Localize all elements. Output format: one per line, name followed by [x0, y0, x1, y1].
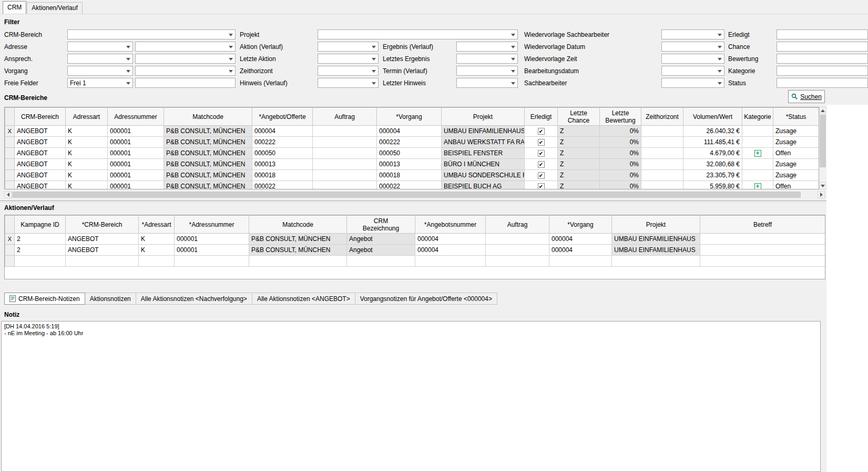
cell-bezeichnung[interactable]: [347, 256, 415, 267]
selector-column-header[interactable]: [5, 216, 15, 234]
cell-vorgang[interactable]: 000050: [377, 148, 442, 159]
cell-volumen[interactable]: 23.305,79 €: [683, 170, 742, 181]
freie-felder-combo[interactable]: Frei 1: [67, 78, 133, 88]
cell-adressart[interactable]: K: [66, 181, 108, 190]
ansprech-filter-combo-1[interactable]: [67, 54, 133, 64]
vertical-scrollbar-thumb[interactable]: [820, 115, 826, 167]
hinweis-verlauf-combo[interactable]: [318, 78, 379, 88]
cell-adressart[interactable]: K: [66, 159, 108, 170]
column-header-bereich[interactable]: *CRM-Bereich: [66, 216, 139, 234]
cell-erledigt[interactable]: ✔: [525, 181, 558, 190]
tab-crm[interactable]: CRM: [3, 1, 26, 14]
selector-column-header[interactable]: [5, 108, 15, 126]
ergebnis-verlauf-combo[interactable]: [456, 42, 518, 52]
cell-bereich[interactable]: ANGEBOT: [15, 159, 66, 170]
kategorie-field[interactable]: [777, 66, 868, 76]
cell-erledigt[interactable]: ✔: [525, 126, 558, 137]
cell-adressart[interactable]: K: [66, 148, 108, 159]
row-selector-cell[interactable]: [5, 256, 15, 267]
column-header-chance[interactable]: Letzte Chance: [558, 108, 600, 126]
cell-adressart[interactable]: K: [66, 137, 108, 148]
cell-angebot[interactable]: 000004: [252, 126, 313, 137]
crm-bereich-filter-combo[interactable]: [67, 29, 236, 39]
chance-field[interactable]: [777, 42, 868, 52]
cell-bereich[interactable]: ANGEBOT: [15, 126, 66, 137]
cell-erledigt[interactable]: ✔: [525, 159, 558, 170]
column-header-matchcode[interactable]: Matchcode: [164, 108, 252, 126]
cell-kategorie[interactable]: [742, 170, 773, 181]
column-header-vorgang[interactable]: *Vorgang: [377, 108, 442, 126]
letzter-hinweis-combo[interactable]: [456, 78, 518, 88]
chevron-down-icon[interactable]: [227, 66, 235, 75]
row-selector-cell[interactable]: X: [5, 234, 15, 245]
column-header-angebotsnummer[interactable]: *Angebotsnummer: [415, 216, 486, 234]
cell-adressnummer[interactable]: 000001: [108, 181, 164, 190]
ansprech-filter-combo-2[interactable]: [135, 54, 236, 64]
column-header-vorgang[interactable]: *Vorgang: [549, 216, 612, 234]
notes-tab-1[interactable]: CRM-Bereich-Notizen: [4, 293, 85, 305]
cell-vorgang[interactable]: 000004: [549, 245, 612, 256]
cell-status[interactable]: Zusage: [773, 159, 819, 170]
notes-tab-2[interactable]: Aktionsnotizen: [85, 293, 136, 305]
chevron-down-icon[interactable]: [370, 54, 378, 63]
cell-kampagne[interactable]: 2: [15, 234, 66, 245]
scroll-down-button[interactable]: [819, 182, 826, 189]
cell-matchcode[interactable]: [249, 256, 347, 267]
cell-adressnummer[interactable]: 000001: [108, 170, 164, 181]
cell-angebotsnummer[interactable]: [415, 256, 486, 267]
chevron-down-icon[interactable]: [509, 54, 517, 63]
wiedervorlage-sachbearbeiter-combo[interactable]: [661, 29, 724, 39]
cell-auftrag[interactable]: [486, 256, 549, 267]
adresse-filter-combo-1[interactable]: [67, 42, 133, 52]
cell-projekt[interactable]: UMBAU EINFAMILIENHAUS: [612, 245, 700, 256]
cell-projekt[interactable]: ANBAU WERKSTATT FA RAM: [442, 137, 525, 148]
cell-projekt[interactable]: UMBAU EINFAMILIENHAUS: [612, 234, 700, 245]
column-header-adressnummer[interactable]: Adressnummer: [108, 108, 164, 126]
tab-aktionen-verlauf[interactable]: Aktionen/Verlauf: [27, 2, 82, 14]
cell-status[interactable]: Zusage: [773, 137, 819, 148]
chevron-down-icon[interactable]: [124, 54, 132, 63]
projekt-filter-combo[interactable]: [318, 29, 518, 39]
column-header-auftrag[interactable]: Auftrag: [313, 108, 377, 126]
bearbeitungsdatum-combo[interactable]: [661, 66, 724, 76]
cell-zeithorizont[interactable]: [641, 148, 683, 159]
kategorie-plus-icon[interactable]: +: [754, 183, 761, 189]
cell-bereich[interactable]: ANGEBOT: [66, 234, 139, 245]
row-selector-cell[interactable]: [5, 170, 15, 181]
cell-zeithorizont[interactable]: [641, 159, 683, 170]
cell-auftrag[interactable]: [486, 234, 549, 245]
cell-status[interactable]: Offen: [773, 181, 819, 190]
notes-tab-3[interactable]: Alle Aktionsnotizen <Nachverfolgung>: [136, 293, 252, 305]
cell-adressart[interactable]: K: [66, 170, 108, 181]
sachbearbeiter-combo[interactable]: [661, 78, 724, 88]
chevron-down-icon[interactable]: [509, 30, 517, 39]
suchen-button[interactable]: Suchen: [788, 90, 825, 103]
erledigt-checkbox[interactable]: ✔: [538, 150, 545, 157]
cell-angebot[interactable]: 000018: [252, 170, 313, 181]
chevron-down-icon[interactable]: [716, 66, 724, 75]
cell-projekt[interactable]: UMBAU EINFAMILIENHAUS: [442, 126, 525, 137]
cell-chance[interactable]: Z: [558, 148, 600, 159]
cell-auftrag[interactable]: [313, 137, 377, 148]
cell-adressnummer[interactable]: 000001: [175, 245, 249, 256]
cell-vorgang[interactable]: [549, 256, 612, 267]
status-field[interactable]: [777, 78, 868, 88]
column-header-projekt[interactable]: Projekt: [442, 108, 525, 126]
chevron-down-icon[interactable]: [227, 30, 235, 39]
cell-betreff[interactable]: [700, 234, 825, 245]
chevron-down-icon[interactable]: [716, 30, 724, 39]
cell-matchcode[interactable]: P&B CONSULT, MÜNCHEN: [164, 181, 252, 190]
cell-bewertung[interactable]: 0%: [600, 159, 641, 170]
termin-verlauf-combo[interactable]: [456, 66, 518, 76]
cell-auftrag[interactable]: [313, 148, 377, 159]
column-header-adressart[interactable]: Adressart: [66, 108, 108, 126]
chevron-down-icon[interactable]: [124, 66, 132, 75]
column-header-projekt[interactable]: Projekt: [612, 216, 700, 234]
cell-matchcode[interactable]: P&B CONSULT, MÜNCHEN: [164, 170, 252, 181]
cell-vorgang[interactable]: 000222: [377, 137, 442, 148]
pane-splitter[interactable]: [0, 200, 826, 203]
scroll-up-button[interactable]: [819, 107, 826, 114]
cell-adressnummer[interactable]: 000001: [108, 159, 164, 170]
chevron-down-icon[interactable]: [227, 54, 235, 63]
adresse-filter-combo-2[interactable]: [135, 42, 236, 52]
